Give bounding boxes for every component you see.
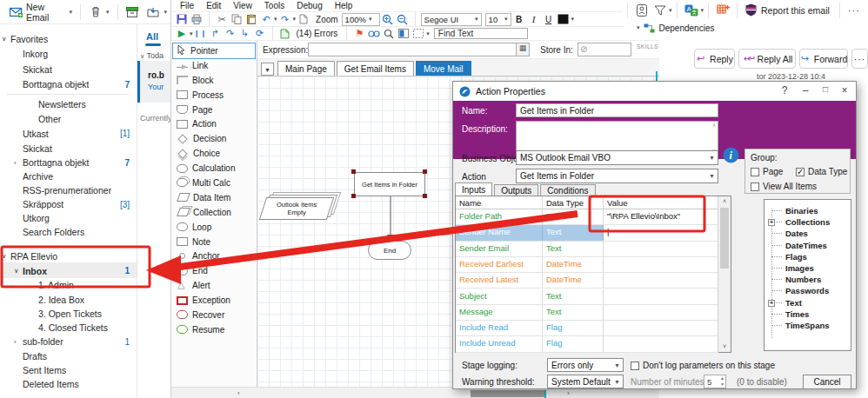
- palette-item-pointer[interactable]: Pointer: [173, 43, 255, 58]
- cut-icon[interactable]: ✂: [215, 13, 229, 26]
- close-icon[interactable]: ×: [836, 84, 853, 96]
- tree-item-binaries[interactable]: Binaries: [765, 205, 851, 216]
- sidebar-item-utkorg[interactable]: Utkorg: [0, 211, 137, 225]
- param-row-folder-path[interactable]: Folder PathText"\RPA Ellevio\Inbox": [456, 209, 718, 225]
- new-email-button[interactable]: New Email ▾: [5, 2, 76, 23]
- palette-item-recover[interactable]: Recover: [171, 308, 257, 322]
- save-icon[interactable]: [175, 13, 189, 26]
- translate-icon[interactable]: A: [682, 3, 701, 17]
- view-all-items-checkbox[interactable]: View All Items: [751, 182, 817, 191]
- dont-log-checkbox[interactable]: Don't log parameters on this stage: [631, 361, 775, 370]
- page-tab-main-page[interactable]: Main Page: [277, 61, 335, 76]
- sidebar-item-borttagna-objekt[interactable]: ›Borttagna objekt7: [0, 156, 137, 169]
- tree-item-collections[interactable]: Collections+: [765, 216, 851, 228]
- errors-count-label[interactable]: (14) Errors: [297, 29, 338, 38]
- sidebar-item-archive[interactable]: Archive: [0, 169, 137, 183]
- minimize-icon[interactable]: –: [797, 84, 814, 96]
- scroll-up-icon[interactable]: ˄: [718, 196, 731, 207]
- step-out-icon[interactable]: ↳: [238, 27, 252, 40]
- sidebar-section-favorites[interactable]: ∨Favorites: [0, 31, 137, 46]
- collection-stage[interactable]: Outlook ItemsEmpty: [259, 197, 334, 220]
- undo-icon[interactable]: ↶: [259, 13, 273, 26]
- palette-item-resume[interactable]: Resume: [171, 322, 257, 337]
- tree-expand-icon[interactable]: +: [768, 300, 775, 307]
- underline-button[interactable]: U: [542, 13, 556, 26]
- zoom-in-icon[interactable]: [381, 13, 395, 26]
- sidebar-item-drafts[interactable]: Drafts: [0, 349, 137, 364]
- font-select[interactable]: Segoe UI▾: [421, 13, 482, 26]
- restart-icon[interactable]: ⟳: [253, 27, 267, 40]
- scrollbar-thumb[interactable]: [720, 208, 729, 269]
- palette-item-decision[interactable]: Decision: [171, 131, 257, 146]
- menu-debug[interactable]: Debug: [297, 1, 322, 10]
- menu-help[interactable]: Help: [335, 1, 353, 10]
- pause-icon[interactable]: ❙❙: [194, 27, 208, 40]
- paste-icon[interactable]: [244, 13, 258, 26]
- palette-item-process[interactable]: Process: [171, 88, 257, 103]
- new-page-icon[interactable]: [297, 13, 310, 26]
- errors-page-icon[interactable]: [278, 27, 292, 40]
- param-row-received-latest[interactable]: Received LatestDateTime: [456, 273, 718, 289]
- palette-item-data-item[interactable]: Data Item: [171, 190, 257, 205]
- expression-calc-button[interactable]: ▦: [516, 43, 529, 56]
- resize-handle[interactable]: [423, 169, 427, 174]
- tree-item-datetimes[interactable]: DateTimes: [765, 240, 851, 251]
- sidebar-item-inbox[interactable]: ∨Inbox1: [0, 263, 137, 278]
- action-stage[interactable]: Get Items in Folder: [354, 172, 425, 196]
- scroll-down-icon[interactable]: ˅: [718, 342, 731, 352]
- resize-handle[interactable]: [423, 194, 427, 198]
- group-page-checkbox[interactable]: Page: [751, 167, 783, 176]
- tab-all[interactable]: All: [146, 31, 158, 42]
- sidebar-item-rss-prenumerationer[interactable]: RSS-prenumerationer: [0, 183, 137, 197]
- info-icon[interactable]: i: [722, 149, 739, 162]
- tab-list-button[interactable]: ▼: [261, 63, 274, 76]
- group-datatype-checkbox[interactable]: Data Type: [796, 167, 847, 176]
- sidebar-item-1-admin[interactable]: 1. Admin: [0, 278, 137, 293]
- palette-item-multi-calc[interactable]: Multi Calc: [171, 176, 257, 190]
- selection-view-icon[interactable]: [411, 27, 425, 40]
- report-this-email-button[interactable]: Report this email: [761, 5, 830, 16]
- sidebar-item-skickat[interactable]: Skickat: [0, 141, 137, 156]
- tree-item-numbers[interactable]: Numbers: [765, 274, 851, 285]
- palette-item-anchor[interactable]: Anchor: [171, 249, 257, 263]
- palette-item-action[interactable]: Action: [171, 116, 257, 131]
- tree-item-dates[interactable]: Dates: [765, 228, 851, 239]
- resize-handle[interactable]: [351, 169, 356, 174]
- palette-item-choice[interactable]: Choice: [171, 146, 257, 161]
- palette-item-note[interactable]: Note: [171, 235, 257, 249]
- sidebar-item-borttagna-objekt[interactable]: Borttagna objekt7: [0, 76, 137, 92]
- address-book-icon[interactable]: [632, 3, 651, 17]
- palette-item-page[interactable]: Page: [171, 103, 257, 117]
- tree-item-flags[interactable]: Flags: [765, 251, 851, 262]
- stage-logging-select[interactable]: Errors only▼: [547, 358, 624, 372]
- palette-item-block[interactable]: Block: [171, 73, 257, 88]
- scrollbar-thumb[interactable]: [471, 390, 545, 397]
- sidebar-item-other[interactable]: Other: [0, 111, 137, 126]
- move-to-button[interactable]: ▾: [143, 2, 170, 23]
- maximize-icon[interactable]: □: [817, 84, 834, 94]
- copy-icon[interactable]: [230, 13, 244, 26]
- param-row-subject[interactable]: SubjectText: [456, 289, 718, 305]
- redo-icon[interactable]: ↷: [278, 13, 292, 26]
- param-row-sender-email[interactable]: Sender EmailText: [456, 242, 718, 257]
- forward-button[interactable]: ↪ Forward: [799, 49, 848, 69]
- resize-handle[interactable]: [351, 194, 356, 198]
- filter-icon[interactable]: [651, 3, 669, 17]
- message-more-button[interactable]: ···: [851, 49, 868, 69]
- minutes-spinner[interactable]: 5▲▼: [704, 375, 726, 388]
- sidebar-section-rpa-ellevio[interactable]: ∨RPA Ellevio: [0, 249, 137, 263]
- breakpoint-flag-icon[interactable]: ⚑: [352, 27, 366, 40]
- dialog-titlebar[interactable]: Action Properties ? – □ ×: [453, 82, 856, 101]
- folder-chevron-icon[interactable]: ∨: [14, 267, 23, 275]
- action-select[interactable]: Get Items in Folder▼: [516, 169, 718, 183]
- menu-view[interactable]: View: [233, 1, 252, 10]
- table-vscrollbar[interactable]: ˄˅: [718, 196, 731, 352]
- search-icon[interactable]: [382, 27, 396, 40]
- tree-item-text[interactable]: Text+: [765, 297, 851, 308]
- palette-item-alert[interactable]: Alert: [171, 278, 257, 293]
- tree-expand-icon[interactable]: +: [768, 219, 775, 226]
- menu-edit[interactable]: Edit: [206, 1, 221, 10]
- tree-item-timespans[interactable]: TimeSpans: [765, 320, 851, 331]
- bold-button[interactable]: B: [512, 13, 526, 26]
- expression-input[interactable]: ▦: [308, 43, 530, 56]
